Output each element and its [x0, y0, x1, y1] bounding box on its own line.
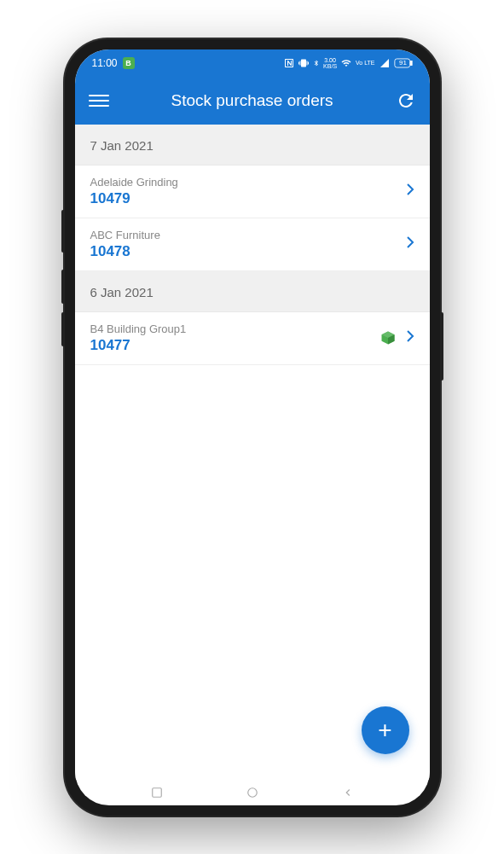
- status-time: 11:00: [92, 57, 118, 69]
- plus-icon: +: [378, 718, 391, 742]
- wifi-icon: [340, 58, 352, 68]
- nav-back-button[interactable]: [331, 787, 365, 798]
- svg-rect-2: [152, 787, 161, 797]
- package-icon: [380, 330, 396, 346]
- vibrate-icon: [298, 58, 310, 68]
- order-info: Adelaide Grinding 10479: [90, 176, 406, 207]
- order-icons: [380, 329, 414, 346]
- nav-home-button[interactable]: [235, 787, 269, 798]
- battery-icon: 91: [394, 58, 413, 68]
- nav-recent-button[interactable]: [140, 787, 174, 798]
- screen: 11:00 B 3.00 KB/S: [75, 49, 430, 805]
- add-order-button[interactable]: +: [362, 706, 409, 754]
- app-badge-icon: B: [123, 57, 135, 69]
- refresh-button[interactable]: [396, 90, 416, 111]
- bluetooth-icon: [313, 58, 320, 68]
- svg-point-3: [247, 787, 257, 797]
- order-number: 10479: [90, 190, 406, 207]
- order-number: 10478: [90, 243, 406, 260]
- page-title: Stock purchase orders: [109, 91, 396, 110]
- order-customer: ABC Furniture: [90, 229, 406, 241]
- order-list[interactable]: 7 Jan 2021 Adelaide Grinding 10479 ABC F…: [75, 125, 430, 780]
- order-customer: Adelaide Grinding: [90, 176, 406, 189]
- order-item[interactable]: B4 Building Group1 10477: [75, 312, 430, 365]
- order-number: 10477: [90, 337, 380, 354]
- order-customer: B4 Building Group1: [90, 322, 380, 335]
- date-group-header: 7 Jan 2021: [75, 125, 430, 166]
- phone-frame: 11:00 B 3.00 KB/S: [65, 39, 440, 816]
- order-item[interactable]: ABC Furniture 10478: [75, 218, 430, 271]
- chevron-right-icon: [406, 183, 414, 200]
- nfc-icon: [284, 58, 294, 68]
- order-info: ABC Furniture 10478: [90, 229, 406, 260]
- status-right: 3.00 KB/S Vo LTE 91: [284, 57, 412, 69]
- network-speed: 3.00 KB/S: [323, 57, 337, 69]
- signal-icon: [379, 58, 391, 68]
- menu-icon[interactable]: [89, 90, 109, 111]
- order-item[interactable]: Adelaide Grinding 10479: [75, 166, 430, 218]
- app-header: Stock purchase orders: [75, 77, 430, 125]
- status-bar: 11:00 B 3.00 KB/S: [75, 49, 430, 77]
- system-nav-bar: [75, 780, 430, 805]
- order-icons: [406, 183, 414, 200]
- chevron-right-icon: [406, 329, 414, 346]
- chevron-right-icon: [406, 235, 414, 253]
- date-group-header: 6 Jan 2021: [75, 271, 430, 312]
- volte-label: Vo LTE: [356, 60, 374, 66]
- order-info: B4 Building Group1 10477: [90, 322, 380, 354]
- order-icons: [406, 235, 414, 253]
- status-left: 11:00 B: [92, 57, 135, 69]
